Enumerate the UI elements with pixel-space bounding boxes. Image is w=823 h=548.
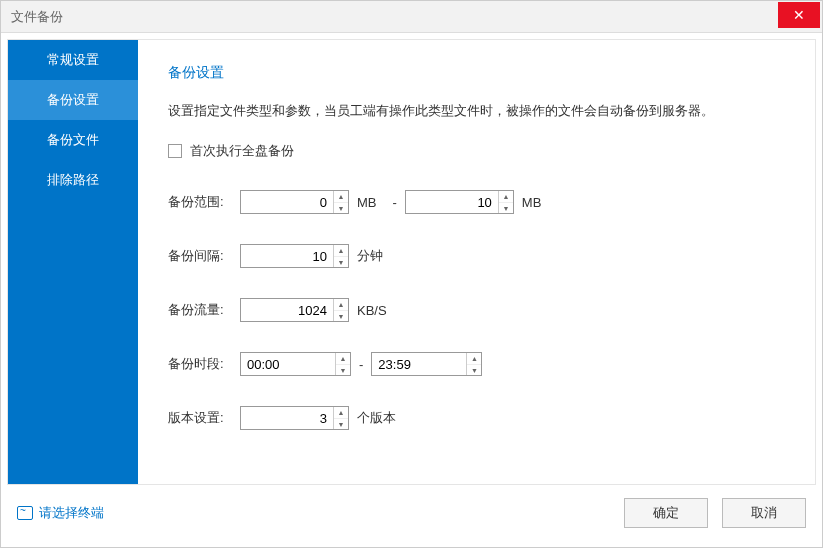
- backup-range-from-input[interactable]: [241, 191, 333, 213]
- chevron-up-icon[interactable]: ▲: [334, 299, 348, 310]
- window-title: 文件备份: [1, 8, 63, 26]
- titlebar: 文件备份 ✕: [1, 1, 822, 33]
- backup-period-label: 备份时段:: [168, 355, 240, 373]
- spinner-buttons: ▲ ▼: [335, 353, 350, 375]
- spinner-buttons: ▲ ▼: [466, 353, 481, 375]
- select-terminal-link[interactable]: 请选择终端: [17, 504, 104, 522]
- chevron-down-icon[interactable]: ▼: [334, 418, 348, 429]
- backup-traffic-spinner[interactable]: ▲ ▼: [240, 298, 349, 322]
- chevron-down-icon[interactable]: ▼: [499, 202, 513, 213]
- backup-interval-input[interactable]: [241, 245, 333, 267]
- sidebar-item-label: 常规设置: [47, 51, 99, 69]
- backup-interval-unit: 分钟: [357, 247, 383, 265]
- window: 文件备份 ✕ 常规设置 备份设置 备份文件 排除路径 备份: [0, 0, 823, 548]
- window-body: 常规设置 备份设置 备份文件 排除路径 备份设置 设置指定文件类型和参数，当员工…: [1, 33, 822, 547]
- chevron-up-icon[interactable]: ▲: [499, 191, 513, 202]
- backup-interval-row: 备份间隔: ▲ ▼ 分钟: [168, 244, 785, 268]
- sidebar-item-backup-settings[interactable]: 备份设置: [8, 80, 138, 120]
- terminal-icon: [17, 506, 33, 520]
- section-title: 备份设置: [168, 64, 785, 82]
- dash: -: [393, 195, 397, 210]
- backup-traffic-unit: KB/S: [357, 303, 387, 318]
- backup-range-to-spinner[interactable]: ▲ ▼: [405, 190, 514, 214]
- sidebar-item-label: 备份设置: [47, 91, 99, 109]
- sidebar-item-exclude-paths[interactable]: 排除路径: [8, 160, 138, 200]
- first-full-backup-row: 首次执行全盘备份: [168, 142, 785, 160]
- backup-range-unit-2: MB: [522, 195, 542, 210]
- chevron-down-icon[interactable]: ▼: [334, 256, 348, 267]
- cancel-button[interactable]: 取消: [722, 498, 806, 528]
- version-unit: 个版本: [357, 409, 396, 427]
- backup-period-from-input[interactable]: [241, 353, 335, 375]
- backup-traffic-label: 备份流量:: [168, 301, 240, 319]
- first-full-backup-label: 首次执行全盘备份: [190, 142, 294, 160]
- backup-traffic-row: 备份流量: ▲ ▼ KB/S: [168, 298, 785, 322]
- backup-range-label: 备份范围:: [168, 193, 240, 211]
- close-icon: ✕: [793, 7, 805, 23]
- backup-period-from-spinner[interactable]: ▲ ▼: [240, 352, 351, 376]
- chevron-up-icon[interactable]: ▲: [334, 407, 348, 418]
- spinner-buttons: ▲ ▼: [498, 191, 513, 213]
- chevron-down-icon[interactable]: ▼: [334, 310, 348, 321]
- backup-interval-spinner[interactable]: ▲ ▼: [240, 244, 349, 268]
- chevron-down-icon[interactable]: ▼: [467, 364, 481, 375]
- close-button[interactable]: ✕: [778, 2, 820, 28]
- sidebar-item-label: 备份文件: [47, 131, 99, 149]
- chevron-down-icon[interactable]: ▼: [334, 202, 348, 213]
- backup-range-from-spinner[interactable]: ▲ ▼: [240, 190, 349, 214]
- sidebar-item-general[interactable]: 常规设置: [8, 40, 138, 80]
- backup-interval-label: 备份间隔:: [168, 247, 240, 265]
- backup-period-row: 备份时段: ▲ ▼ - ▲ ▼: [168, 352, 785, 376]
- dash: -: [359, 357, 363, 372]
- backup-period-to-spinner[interactable]: ▲ ▼: [371, 352, 482, 376]
- chevron-up-icon[interactable]: ▲: [334, 245, 348, 256]
- sidebar-item-backup-files[interactable]: 备份文件: [8, 120, 138, 160]
- backup-range-to-input[interactable]: [406, 191, 498, 213]
- chevron-up-icon[interactable]: ▲: [336, 353, 350, 364]
- version-label: 版本设置:: [168, 409, 240, 427]
- chevron-up-icon[interactable]: ▲: [334, 191, 348, 202]
- sidebar-item-label: 排除路径: [47, 171, 99, 189]
- chevron-down-icon[interactable]: ▼: [336, 364, 350, 375]
- select-terminal-label: 请选择终端: [39, 504, 104, 522]
- content: 常规设置 备份设置 备份文件 排除路径 备份设置 设置指定文件类型和参数，当员工…: [7, 39, 816, 485]
- chevron-up-icon[interactable]: ▲: [467, 353, 481, 364]
- footer: 请选择终端 确定 取消: [7, 485, 816, 541]
- spinner-buttons: ▲ ▼: [333, 191, 348, 213]
- cancel-button-label: 取消: [751, 504, 777, 522]
- section-description: 设置指定文件类型和参数，当员工端有操作此类型文件时，被操作的文件会自动备份到服务…: [168, 102, 785, 120]
- ok-button-label: 确定: [653, 504, 679, 522]
- footer-buttons: 确定 取消: [624, 498, 806, 528]
- sidebar: 常规设置 备份设置 备份文件 排除路径: [8, 40, 138, 484]
- spinner-buttons: ▲ ▼: [333, 407, 348, 429]
- spinner-buttons: ▲ ▼: [333, 299, 348, 321]
- version-row: 版本设置: ▲ ▼ 个版本: [168, 406, 785, 430]
- backup-range-unit-1: MB: [357, 195, 377, 210]
- main-panel: 备份设置 设置指定文件类型和参数，当员工端有操作此类型文件时，被操作的文件会自动…: [138, 40, 815, 484]
- ok-button[interactable]: 确定: [624, 498, 708, 528]
- backup-range-row: 备份范围: ▲ ▼ MB - ▲ ▼: [168, 190, 785, 214]
- spinner-buttons: ▲ ▼: [333, 245, 348, 267]
- backup-traffic-input[interactable]: [241, 299, 333, 321]
- backup-period-to-input[interactable]: [372, 353, 466, 375]
- version-spinner[interactable]: ▲ ▼: [240, 406, 349, 430]
- first-full-backup-checkbox[interactable]: [168, 144, 182, 158]
- version-input[interactable]: [241, 407, 333, 429]
